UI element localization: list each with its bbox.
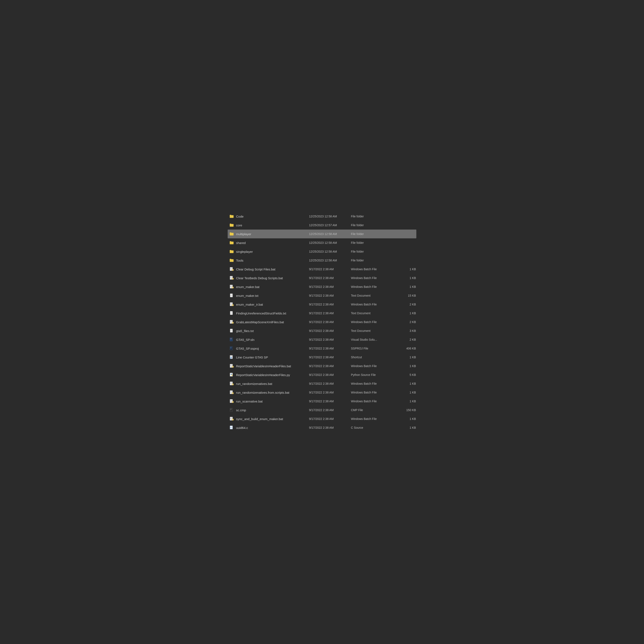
batch-icon bbox=[229, 276, 234, 280]
file-type: File folder bbox=[351, 259, 397, 262]
file-date: 9/17/2022 2:38 AM bbox=[309, 373, 351, 377]
file-size: 1 KB bbox=[397, 417, 416, 421]
file-row[interactable]: shared 12/25/2023 12:58 AM File folder bbox=[228, 238, 416, 247]
file-row[interactable]: core 12/25/2023 12:57 AM File folder bbox=[228, 221, 416, 230]
file-type: Shortcut bbox=[351, 356, 397, 359]
file-date: 9/17/2022 2:38 AM bbox=[309, 276, 351, 280]
file-row[interactable]: singleplayer 12/25/2023 12:58 AM File fo… bbox=[228, 247, 416, 256]
file-list: Code 12/25/2023 12:58 AM File folder cor… bbox=[228, 212, 416, 432]
file-date: 9/17/2022 2:38 AM bbox=[309, 267, 351, 271]
file-name-text: shared bbox=[236, 241, 246, 245]
file-row[interactable]: ReportStaticVariablesInHeaderFiles.py 9/… bbox=[228, 370, 416, 379]
file-name-text: Code bbox=[236, 215, 244, 218]
batch-icon bbox=[229, 381, 234, 386]
file-name-text: FindingUnreferencedStructFields.txt bbox=[236, 312, 286, 315]
file-date: 9/17/2022 2:38 AM bbox=[309, 400, 351, 403]
file-name-text: singleplayer bbox=[236, 250, 253, 253]
file-size: 1 KB bbox=[397, 364, 416, 368]
file-name-cell: multiplayer bbox=[229, 232, 309, 236]
shortcut-icon: lnk bbox=[229, 355, 234, 360]
svg-rect-30 bbox=[231, 313, 232, 313]
file-row[interactable]: sync_and_build_enum_maker.bat 9/17/2022 … bbox=[228, 414, 416, 423]
file-row[interactable]: Code 12/25/2023 12:58 AM File folder bbox=[228, 212, 416, 221]
file-type: Text Document bbox=[351, 329, 397, 332]
file-row[interactable]: GTA5_SP.ssproj 9/17/2022 2:38 AM SSPROJ … bbox=[228, 344, 416, 353]
svg-rect-2 bbox=[230, 268, 232, 268]
batch-icon bbox=[229, 417, 234, 421]
file-date: 9/17/2022 2:38 AM bbox=[309, 320, 351, 324]
file-size: 1 KB bbox=[397, 426, 416, 429]
folder-icon bbox=[229, 223, 234, 227]
file-name-cell: GTA5_SP.sln bbox=[229, 337, 309, 342]
file-name-text: sc.cmp bbox=[236, 408, 246, 412]
file-row[interactable]: sc.cmp 9/17/2022 2:38 AM CMP File 150 KB bbox=[228, 406, 416, 414]
file-size: 1 KB bbox=[397, 312, 416, 315]
file-name-text: GTA5_SP.ssproj bbox=[236, 347, 259, 350]
file-type: Text Document bbox=[351, 312, 397, 315]
file-size: 150 KB bbox=[397, 408, 416, 412]
file-name-text: run_randomizenatives.bat bbox=[236, 382, 272, 386]
file-name-cell: sync_and_build_enum_maker.bat bbox=[229, 417, 309, 421]
file-name-text: ReportStaticVariablesInHeaderFiles.bat bbox=[236, 364, 291, 368]
file-type: Windows Batch File bbox=[351, 364, 397, 368]
svg-rect-72 bbox=[230, 392, 232, 393]
file-row[interactable]: Clear Debug Script Files.bat 9/17/2022 2… bbox=[228, 265, 416, 274]
file-name-cell: GTA5_SP.ssproj bbox=[229, 346, 309, 351]
svg-rect-14 bbox=[230, 287, 232, 287]
file-row[interactable]: GrabLatestMapSceneXmlFiles.bat 9/17/2022… bbox=[228, 318, 416, 326]
file-name-text: run_randomizenatives.from.scripts.bat bbox=[236, 391, 289, 394]
file-row[interactable]: FindingUnreferencedStructFields.txt 9/17… bbox=[228, 309, 416, 318]
svg-text:C: C bbox=[231, 427, 232, 428]
file-name-cell: lnk Line Counter GTA5 SP bbox=[229, 355, 309, 360]
file-row[interactable]: run_randomizenatives.from.scripts.bat 9/… bbox=[228, 388, 416, 397]
file-type: Windows Batch File bbox=[351, 303, 397, 306]
file-size: 1 KB bbox=[397, 382, 416, 385]
file-type: Text Document bbox=[351, 294, 397, 297]
file-name-text: Clear Testbeds Debug Scripts.bat bbox=[236, 276, 283, 280]
file-name-cell: enum_maker.bat bbox=[229, 284, 309, 289]
folder-icon bbox=[229, 249, 234, 254]
file-name-text: Line Counter GTA5 SP bbox=[236, 356, 268, 359]
file-date: 9/17/2022 2:38 AM bbox=[309, 312, 351, 315]
svg-point-61 bbox=[231, 374, 232, 375]
file-date: 9/17/2022 2:38 AM bbox=[309, 285, 351, 288]
file-row[interactable]: enum_maker.txt 9/17/2022 2:38 AM Text Do… bbox=[228, 291, 416, 300]
folder-icon bbox=[229, 258, 234, 263]
file-row[interactable]: C uuid64.c 9/17/2022 2:38 AM C Source 1 … bbox=[228, 423, 416, 432]
file-name-text: enum_maker.bat bbox=[236, 285, 260, 289]
file-row[interactable]: enum_maker.bat 9/17/2022 2:38 AM Windows… bbox=[228, 282, 416, 291]
ssproj-icon bbox=[229, 346, 234, 351]
file-row[interactable]: Tools 12/25/2023 12:58 AM File folder bbox=[228, 256, 416, 265]
file-row[interactable]: GTA5_SP.sln 9/17/2022 2:38 AM Visual Stu… bbox=[228, 335, 416, 344]
file-date: 9/17/2022 2:38 AM bbox=[309, 382, 351, 385]
file-date: 9/17/2022 2:38 AM bbox=[309, 338, 351, 341]
file-row[interactable]: ReportStaticVariablesInHeaderFiles.bat 9… bbox=[228, 362, 416, 370]
file-name-cell: gta5_files.txt bbox=[229, 328, 309, 333]
file-name-text: Clear Debug Script Files.bat bbox=[236, 267, 275, 271]
file-size: 2 KB bbox=[397, 338, 416, 341]
svg-rect-67 bbox=[230, 384, 232, 384]
file-row[interactable]: enum_maker_ir.bat 9/17/2022 2:38 AM Wind… bbox=[228, 300, 416, 309]
svg-rect-84 bbox=[230, 418, 232, 418]
txt-icon bbox=[229, 328, 234, 333]
file-row[interactable]: run_scannative.bat 9/17/2022 2:38 AM Win… bbox=[228, 397, 416, 406]
svg-rect-79 bbox=[230, 409, 232, 409]
file-type: Windows Batch File bbox=[351, 267, 397, 271]
file-row[interactable]: multiplayer 12/25/2023 12:58 AM File fol… bbox=[228, 230, 416, 238]
svg-rect-9 bbox=[230, 278, 232, 278]
cmp-icon bbox=[229, 408, 234, 412]
file-name-text: enum_maker.txt bbox=[236, 294, 258, 297]
file-date: 9/17/2022 2:38 AM bbox=[309, 364, 351, 368]
file-date: 12/25/2023 12:58 AM bbox=[309, 250, 351, 253]
file-date: 12/25/2023 12:58 AM bbox=[309, 259, 351, 262]
file-type: File folder bbox=[351, 223, 397, 227]
file-name-text: GrabLatestMapSceneXmlFiles.bat bbox=[236, 320, 284, 324]
file-row[interactable]: Clear Testbeds Debug Scripts.bat 9/17/20… bbox=[228, 274, 416, 282]
svg-rect-20 bbox=[231, 296, 232, 296]
file-row[interactable]: lnk Line Counter GTA5 SP 9/17/2022 2:38 … bbox=[228, 353, 416, 362]
file-row[interactable]: run_randomizenatives.bat 9/17/2022 2:38 … bbox=[228, 379, 416, 388]
file-size: 1 KB bbox=[397, 400, 416, 403]
csource-icon: C bbox=[229, 425, 234, 430]
file-type: CMP File bbox=[351, 408, 397, 412]
file-row[interactable]: gta5_files.txt 9/17/2022 2:38 AM Text Do… bbox=[228, 326, 416, 335]
